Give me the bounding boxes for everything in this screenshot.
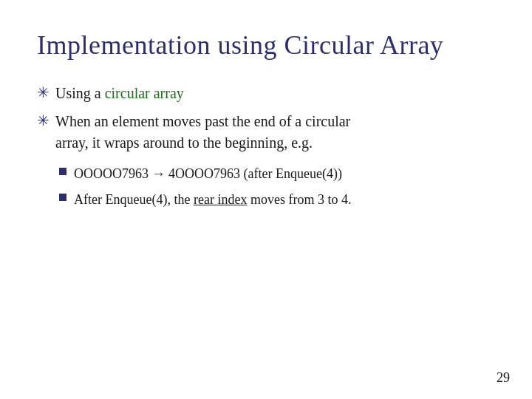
slide-title: Implementation using Circular Array [37,30,495,61]
sub-bullet-text-1: OOOOO7963 → 4OOOO7963 (after Enqueue(4)) [74,164,342,184]
sub-bullet-item-2: After Enqueue(4), the rear index moves f… [59,190,495,210]
sub-bullets-section: OOOOO7963 → 4OOOO7963 (after Enqueue(4))… [59,164,495,210]
bullet-text-1: Using a circular array [55,83,184,103]
sub-bullet-square-2 [59,194,66,201]
bullet-item-2: ✳ When an element moves past the end of … [37,111,495,154]
bullet-item-1: ✳ Using a circular array [37,83,495,103]
slide: Implementation using Circular Array ✳ Us… [0,0,532,399]
page-number: 29 [497,370,510,386]
sub-bullet-square-1 [59,168,66,175]
bullet-section: ✳ Using a circular array ✳ When an eleme… [37,83,495,210]
sub-bullet-text-2: After Enqueue(4), the rear index moves f… [74,190,351,210]
bullet-symbol-1: ✳ [37,83,50,101]
bullet-symbol-2: ✳ [37,112,50,129]
arrow-icon-1: → [152,166,166,181]
rear-index-label: rear index [194,192,247,207]
bullet-text-2: When an element moves past the end of a … [55,111,350,154]
sub-bullet-item-1: OOOOO7963 → 4OOOO7963 (after Enqueue(4)) [59,164,495,184]
highlight-circular-array: circular array [105,85,184,101]
